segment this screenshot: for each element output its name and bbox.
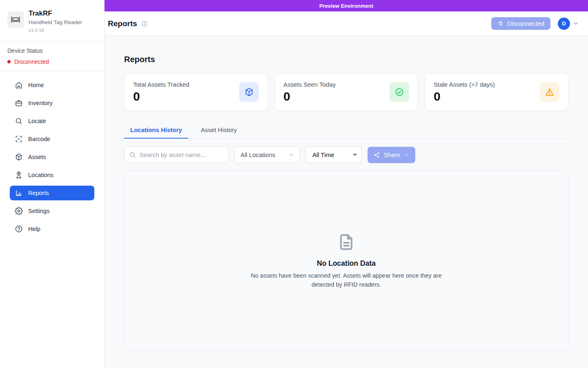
- sidebar-item-locate[interactable]: Locate: [10, 114, 94, 128]
- warning-icon: [540, 82, 559, 102]
- sidebar-item-locations[interactable]: Locations: [10, 168, 94, 182]
- stat-label: Assets Seen Today: [283, 81, 336, 88]
- sidebar-item-label: Barcode: [28, 136, 50, 142]
- sidebar-item-label: Inventory: [28, 100, 53, 106]
- locations-icon: [15, 171, 23, 179]
- stat-value: 0: [283, 90, 336, 103]
- stat-text: Stale Assets (>7 days) 0: [434, 81, 495, 103]
- package-icon: [239, 82, 259, 102]
- home-icon: [15, 81, 23, 89]
- assets-icon: [15, 153, 23, 161]
- app-logo-icon: [7, 11, 24, 28]
- app-root: TrakRF Handheld Tag Reader v1.0.18 Devic…: [0, 0, 588, 368]
- top-header: Reports Disconnected D: [105, 11, 588, 36]
- empty-state-message: No assets have been scanned yet. Assets …: [250, 272, 442, 289]
- avatar[interactable]: D: [558, 18, 570, 30]
- sidebar-item-settings[interactable]: Settings: [10, 204, 94, 218]
- connection-status-button[interactable]: Disconnected: [491, 17, 550, 30]
- filter-toolbar: All Locations All Time: [124, 146, 568, 163]
- empty-state-title: No Location Data: [317, 259, 376, 268]
- sidebar-item-label: Reports: [28, 190, 49, 196]
- stats-row: Total Assets Tracked 0 Assets Seen Today…: [124, 73, 568, 111]
- sidebar-item-assets[interactable]: Assets: [10, 150, 94, 164]
- app-subtitle: Handheld Tag Reader: [29, 19, 82, 25]
- sidebar-item-label: Assets: [28, 154, 46, 160]
- main-area: Preview Environment Reports Disconnected: [105, 0, 588, 368]
- device-status-label: Device Status: [7, 47, 97, 54]
- device-status-section: Device Status Disconnected: [0, 41, 104, 72]
- section-title: Reports: [124, 55, 568, 64]
- share-label: Share: [384, 151, 400, 158]
- sidebar-item-label: Locate: [28, 118, 46, 124]
- search-field-wrap: [124, 146, 229, 163]
- status-dot-icon: [7, 60, 11, 63]
- location-filter-value: All Locations: [241, 151, 275, 158]
- tab-locations-history[interactable]: Locations History: [124, 122, 188, 139]
- location-filter-select[interactable]: All Locations: [234, 146, 300, 163]
- reports-icon: [15, 189, 23, 197]
- stat-value: 0: [434, 90, 495, 103]
- help-icon: [15, 225, 23, 233]
- chevron-down-icon: [404, 152, 409, 157]
- page-title: Reports: [108, 19, 137, 28]
- stat-label: Stale Assets (>7 days): [434, 81, 495, 88]
- time-filter-wrap: All Time: [305, 146, 362, 163]
- tab-asset-history[interactable]: Asset History: [195, 122, 243, 139]
- device-status-value: Disconnected: [7, 58, 97, 65]
- sidebar: TrakRF Handheld Tag Reader v1.0.18 Devic…: [0, 0, 105, 368]
- check-circle-icon: [390, 82, 409, 102]
- device-status-text: Disconnected: [14, 58, 49, 65]
- app-version: v1.0.18: [29, 28, 82, 33]
- share-button[interactable]: Share: [368, 147, 415, 163]
- sidebar-item-label: Settings: [28, 208, 49, 214]
- sidebar-item-reports[interactable]: Reports: [10, 186, 94, 200]
- stat-text: Assets Seen Today 0: [283, 81, 336, 103]
- sidebar-item-home[interactable]: Home: [10, 78, 94, 92]
- info-icon[interactable]: [141, 20, 148, 27]
- plug-icon: [497, 20, 504, 27]
- empty-state-panel: No Location Data No assets have been sca…: [124, 171, 568, 351]
- stat-label: Total Assets Tracked: [133, 81, 189, 88]
- stat-card-total-assets: Total Assets Tracked 0: [124, 73, 268, 111]
- tab-label: Locations History: [130, 126, 182, 133]
- banner-text: Preview Environment: [319, 3, 373, 9]
- time-filter-select[interactable]: All Time: [305, 146, 362, 163]
- avatar-initial: D: [562, 20, 566, 27]
- sidebar-nav: Home Inventory Locate: [0, 72, 104, 245]
- app-name: TrakRF: [29, 9, 82, 18]
- tab-label: Asset History: [201, 126, 237, 133]
- content-area: Reports Total Assets Tracked 0 Assets Se…: [105, 36, 588, 368]
- locate-icon: [15, 117, 23, 125]
- sidebar-item-inventory[interactable]: Inventory: [10, 96, 94, 110]
- settings-icon: [15, 207, 23, 215]
- search-input[interactable]: [124, 146, 229, 163]
- sidebar-item-label: Home: [28, 82, 44, 88]
- stat-text: Total Assets Tracked 0: [133, 81, 189, 103]
- app-title-block: TrakRF Handheld Tag Reader v1.0.18: [29, 9, 82, 33]
- app-branding: TrakRF Handheld Tag Reader v1.0.18: [0, 0, 104, 37]
- stat-card-stale-assets: Stale Assets (>7 days) 0: [425, 73, 568, 111]
- history-tabs: Locations History Asset History: [124, 122, 568, 139]
- inventory-icon: [15, 99, 23, 107]
- sidebar-item-label: Help: [28, 226, 40, 232]
- sidebar-item-help[interactable]: Help: [10, 222, 94, 236]
- sidebar-item-label: Locations: [28, 172, 53, 178]
- stat-card-seen-today: Assets Seen Today 0: [274, 73, 418, 111]
- sidebar-item-barcode[interactable]: Barcode: [10, 132, 94, 146]
- document-icon: [337, 233, 356, 251]
- connection-status-label: Disconnected: [507, 20, 544, 27]
- header-actions: Disconnected D: [491, 17, 579, 30]
- preview-environment-banner: Preview Environment: [105, 0, 588, 11]
- chevron-down-icon[interactable]: [573, 20, 579, 27]
- barcode-icon: [15, 135, 23, 143]
- search-icon: [129, 151, 136, 158]
- share-icon: [374, 152, 380, 158]
- chevron-down-icon: [288, 152, 294, 158]
- stat-value: 0: [133, 90, 189, 103]
